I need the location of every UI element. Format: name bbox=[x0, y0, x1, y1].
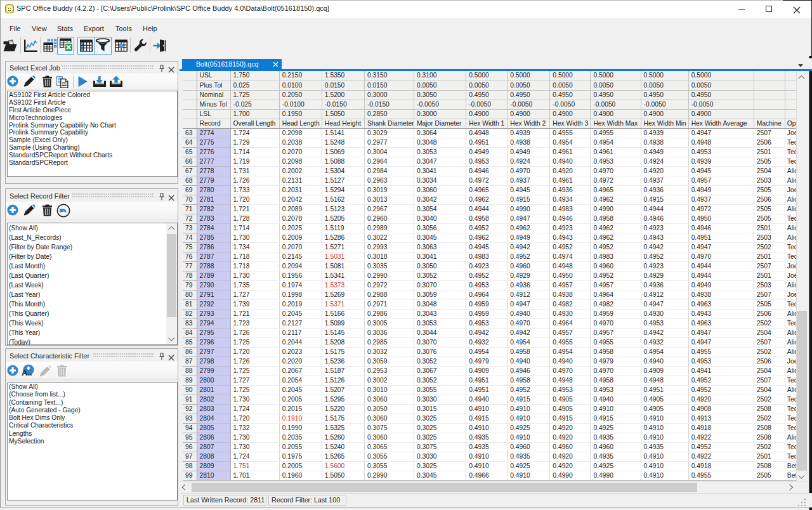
svg-text:A..: A.. bbox=[22, 368, 32, 377]
